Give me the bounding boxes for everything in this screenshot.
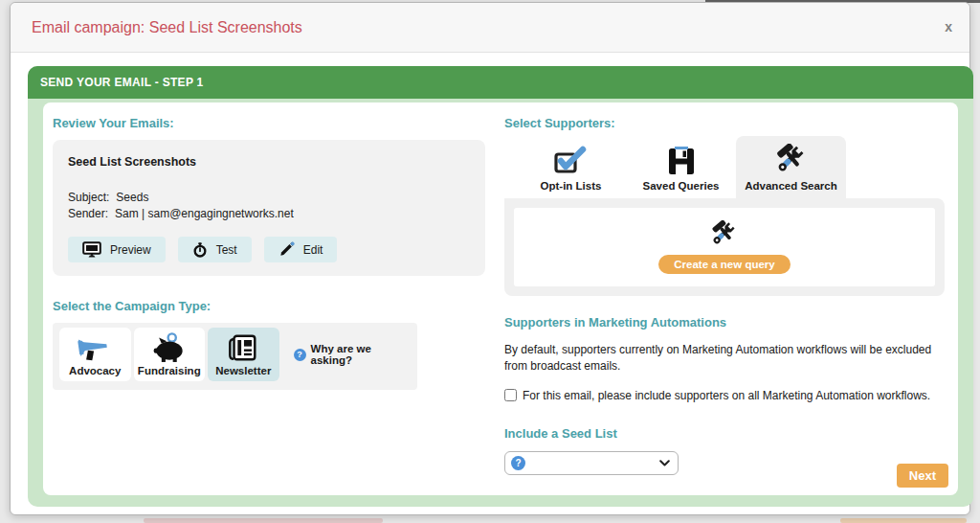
subject-label: Subject:: [68, 191, 109, 204]
email-card: Seed List Screenshots Subject:Seeds Send…: [53, 140, 485, 276]
close-icon[interactable]: x: [945, 3, 952, 52]
megaphone-icon: [76, 332, 114, 363]
supporters-tabs: Opt-in Lists Saved Querie: [504, 136, 945, 198]
newspaper-icon: [227, 333, 259, 363]
step-banner: SEND YOUR EMAIL - STEP 1: [28, 66, 973, 99]
supporters-column: Select Supporters: Opt-in Lists: [504, 116, 945, 475]
tile-advocacy[interactable]: Advocacy: [59, 328, 131, 381]
tab-opt-in-lists[interactable]: Opt-in Lists: [516, 136, 626, 198]
step-container: SEND YOUR EMAIL - STEP 1 Review Your Ema…: [28, 66, 973, 507]
edit-button[interactable]: Edit: [264, 237, 338, 262]
tab-opt-in-lists-label: Opt-in Lists: [541, 180, 602, 192]
tab-saved-queries-label: Saved Queries: [643, 180, 720, 192]
next-button[interactable]: Next: [897, 464, 948, 488]
campaign-type-strip: Advocacy: [53, 323, 417, 390]
tab-advanced-search[interactable]: Advanced Search: [736, 136, 846, 198]
tab-saved-queries[interactable]: Saved Queries: [626, 136, 736, 198]
automations-heading: Supporters in Marketing Automations: [504, 315, 945, 330]
subject-line: Subject:Seeds: [68, 190, 470, 206]
tile-fundraising-label: Fundraising: [138, 365, 201, 376]
tile-newsletter[interactable]: Newsletter: [208, 328, 279, 381]
content-panel: Review Your Emails: Seed List Screenshot…: [43, 102, 958, 495]
include-automation-supporters-label: For this email, please include supporter…: [523, 389, 930, 402]
chevron-down-icon: [659, 460, 670, 466]
email-campaign-modal: Email campaign: Seed List Screenshots x …: [10, 2, 970, 515]
include-automation-supporters-checkbox[interactable]: [504, 389, 517, 401]
tile-fundraising[interactable]: Fundraising: [134, 328, 206, 381]
campaign-type-heading: Select the Campaign Type:: [53, 299, 495, 313]
subject-value: Seeds: [116, 191, 148, 204]
automations-description: By default, supporters currently on Mark…: [504, 342, 945, 375]
modal-title: Email campaign: Seed List Screenshots: [32, 3, 302, 52]
advanced-search-panel-inner: Create a new query: [514, 208, 935, 286]
monitor-icon: [82, 241, 101, 258]
question-circle-icon: ?: [294, 349, 306, 361]
create-new-query-button[interactable]: Create a new query: [658, 255, 790, 274]
question-circle-icon: ?: [511, 456, 525, 470]
include-automation-supporters-row: For this email, please include supporter…: [504, 389, 945, 402]
sender-value: Sam | sam@engagingnetworks.net: [115, 207, 294, 220]
tab-advanced-search-label: Advanced Search: [745, 180, 837, 192]
seed-list-heading: Include a Seed List: [504, 426, 945, 441]
help-text: Why are we asking?: [311, 343, 413, 366]
checkbox-check-icon: [553, 146, 590, 176]
preview-button[interactable]: Preview: [68, 237, 166, 262]
stopwatch-icon: [192, 242, 208, 258]
edit-button-label: Edit: [303, 243, 323, 257]
tile-newsletter-label: Newsletter: [215, 365, 271, 376]
review-heading: Review Your Emails:: [53, 116, 495, 130]
sender-line: Sender:Sam | sam@engagingnetworks.net: [68, 206, 470, 222]
seed-list-select[interactable]: ?: [504, 451, 679, 475]
why-are-we-asking-help[interactable]: ? Why are we asking?: [294, 343, 413, 366]
tile-advocacy-label: Advocacy: [69, 365, 121, 376]
tools-icon: [773, 144, 810, 176]
email-title: Seed List Screenshots: [68, 155, 470, 169]
advanced-search-panel: Create a new query: [504, 198, 945, 296]
select-supporters-heading: Select Supporters:: [504, 116, 945, 130]
sender-label: Sender:: [68, 207, 108, 220]
review-column: Review Your Emails: Seed List Screenshot…: [53, 116, 495, 390]
modal-header: Email campaign: Seed List Screenshots x: [11, 3, 969, 53]
background-page-peek: [144, 518, 383, 523]
piggy-bank-icon: [150, 331, 189, 363]
test-button-label: Test: [216, 243, 237, 257]
pencil-icon: [278, 241, 295, 258]
background-page-peek: [840, 518, 967, 523]
preview-button-label: Preview: [110, 243, 151, 257]
email-card-buttons: Preview Test: [68, 237, 470, 262]
tools-icon: [709, 220, 740, 248]
floppy-disk-icon: [667, 146, 696, 176]
test-button[interactable]: Test: [178, 237, 252, 262]
